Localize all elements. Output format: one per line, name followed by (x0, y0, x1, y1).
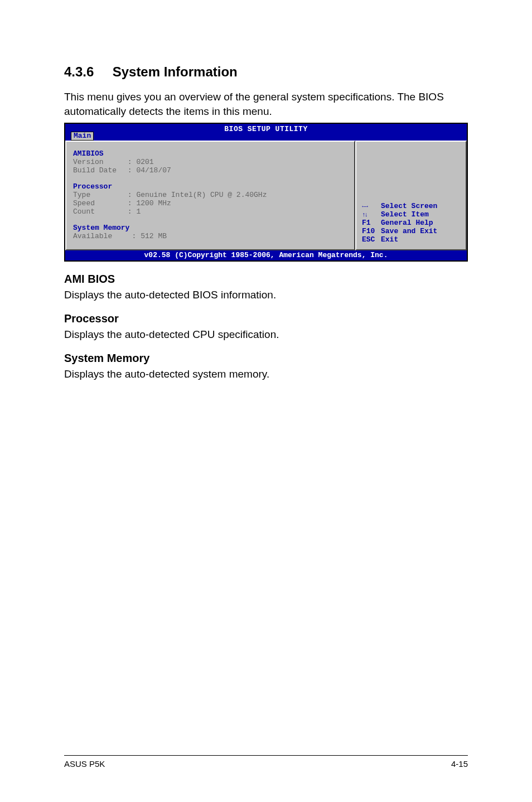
legend-f1-text: General Help (381, 219, 433, 227)
proc-speed-row: Speed : 1200 MHz (73, 199, 347, 207)
builddate-label: Build Date (73, 166, 123, 175)
legend-select-screen: Select Screen (362, 202, 460, 210)
legend-select-item: Select Item (362, 210, 460, 219)
sub-processor-text: Displays the auto-detected CPU specifica… (64, 328, 468, 341)
bios-footer: v02.58 (C)Copyright 1985-2006, American … (65, 250, 467, 260)
legend-f10-key: F10 (362, 227, 381, 235)
sub-memory: System Memory Displays the auto-detected… (64, 352, 468, 380)
section-heading: 4.3.6 System Information (64, 64, 468, 80)
proc-count-value: 1 (136, 207, 141, 216)
proc-type-row: Type : Genuine Intel(R) CPU @ 2.40GHz (73, 191, 347, 199)
proc-count-label: Count (73, 207, 123, 216)
proc-type-label: Type (73, 191, 123, 199)
bios-legend-pane: Select Screen Select Item F1General Help… (355, 141, 467, 250)
proc-speed-label: Speed (73, 199, 123, 207)
sub-memory-text: Displays the auto-detected system memory… (64, 368, 468, 380)
footer-right: 4-15 (451, 759, 468, 769)
sub-amibios: AMI BIOS Displays the auto-detected BIOS… (64, 273, 468, 301)
bios-title: BIOS SETUP UTILITY (224, 125, 307, 133)
proc-type-value: Genuine Intel(R) CPU @ 2.40GHz (136, 191, 267, 199)
legend-f1: F1General Help (362, 219, 460, 227)
legend-esc: ESCExit (362, 235, 460, 244)
arrow-left-right-icon (362, 202, 381, 210)
intro-text: This menu gives you an overview of the g… (64, 90, 468, 118)
bios-tab-main[interactable]: Main (71, 132, 94, 141)
sub-amibios-title: AMI BIOS (64, 273, 468, 286)
version-value: 0201 (136, 158, 153, 166)
bios-version-row: Version : 0201 (73, 158, 347, 166)
proc-speed-value: 1200 MHz (136, 199, 171, 207)
legend-select-screen-text: Select Screen (381, 202, 437, 210)
legend-esc-text: Exit (381, 235, 398, 244)
sub-processor-title: Processor (64, 312, 468, 325)
bios-screen: BIOS SETUP UTILITY Main AMIBIOS Version … (64, 123, 468, 262)
arrow-up-down-icon (362, 210, 381, 219)
bios-content-pane: AMIBIOS Version : 0201 Build Date : 04/1… (65, 141, 355, 250)
processor-header: Processor (73, 182, 347, 191)
memory-avail-label: Available (73, 232, 123, 240)
section-number: 4.3.6 (64, 64, 109, 80)
sub-memory-title: System Memory (64, 352, 468, 365)
version-label: Version (73, 158, 123, 166)
sub-amibios-text: Displays the auto-detected BIOS informat… (64, 289, 468, 301)
legend-f1-key: F1 (362, 219, 381, 227)
memory-header: System Memory (73, 224, 347, 232)
builddate-value: 04/18/07 (136, 166, 171, 175)
sub-processor: Processor Displays the auto-detected CPU… (64, 312, 468, 341)
section-title-text: System Information (113, 64, 238, 79)
bios-header: BIOS SETUP UTILITY Main (65, 124, 467, 141)
footer-left: ASUS P5K (64, 759, 105, 769)
page-footer: ASUS P5K 4-15 (64, 755, 468, 769)
memory-avail-value: 512 MB (141, 232, 167, 240)
legend-select-item-text: Select Item (381, 210, 429, 219)
legend-f10-text: Save and Exit (381, 227, 437, 235)
memory-avail-row: Available : 512 MB (73, 232, 347, 240)
bios-builddate-row: Build Date : 04/18/07 (73, 166, 347, 175)
legend-esc-key: ESC (362, 235, 381, 244)
legend-f10: F10Save and Exit (362, 227, 460, 235)
proc-count-row: Count : 1 (73, 207, 347, 216)
amibios-header: AMIBIOS (73, 149, 347, 158)
